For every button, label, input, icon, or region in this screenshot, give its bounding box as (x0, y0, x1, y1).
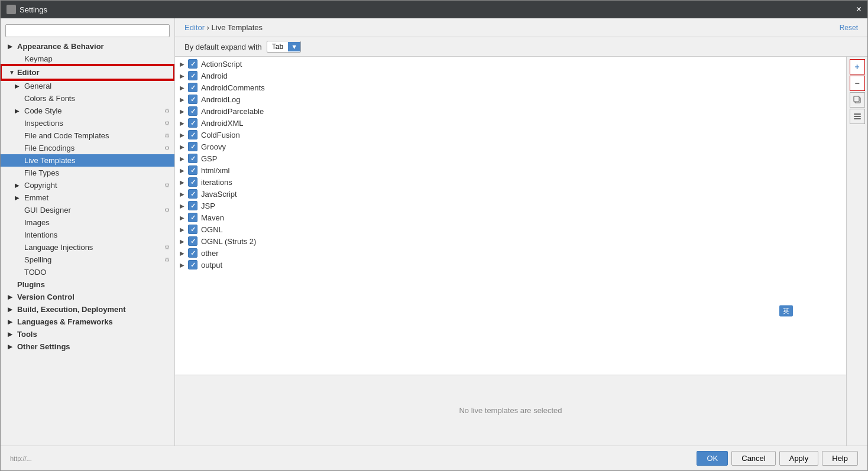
reset-button[interactable]: Reset (840, 24, 858, 32)
group-checkbox-jsp[interactable] (188, 201, 197, 210)
breadcrumb-parent[interactable]: Editor (184, 23, 205, 32)
apply-button[interactable]: Apply (779, 451, 819, 466)
close-button[interactable]: × (856, 5, 861, 14)
template-group-androidparcelable[interactable]: ▶ AndroidParcelable (175, 105, 846, 117)
group-checkbox-groovy[interactable] (188, 142, 197, 151)
svg-rect-2 (854, 113, 861, 115)
sidebar-item-file-code-templates[interactable]: File and Code Templates ⚙ (1, 129, 174, 142)
group-checkbox-androidlog[interactable] (188, 95, 197, 104)
sidebar-item-file-types[interactable]: File Types (1, 167, 174, 179)
group-checkbox-androidcomments[interactable] (188, 83, 197, 92)
breadcrumb-current: Live Templates (212, 23, 263, 32)
sidebar-item-languages[interactable]: ▶ Languages & Frameworks (1, 316, 174, 328)
group-expand-arrow: ▶ (180, 226, 188, 233)
template-group-androidlog[interactable]: ▶ AndroidLog (175, 93, 846, 105)
sidebar-item-tools[interactable]: ▶ Tools (1, 328, 174, 340)
sidebar-label-version-control: Version Control (17, 293, 75, 301)
template-group-androidcomments[interactable]: ▶ AndroidComments (175, 82, 846, 93)
group-checkbox-output[interactable] (188, 260, 197, 269)
template-group-android[interactable]: ▶ Android (175, 70, 846, 82)
group-label-jsp: JSP (201, 202, 215, 210)
breadcrumb-separator: › (207, 23, 212, 32)
group-checkbox-androidxml[interactable] (188, 118, 197, 128)
template-group-javascript[interactable]: ▶ JavaScript (175, 188, 846, 200)
search-input[interactable] (5, 24, 170, 37)
sidebar-item-inspections[interactable]: Inspections ⚙ (1, 117, 174, 129)
group-checkbox-coldfusion[interactable] (188, 130, 197, 139)
group-checkbox-maven[interactable] (188, 213, 197, 222)
group-checkbox-javascript[interactable] (188, 189, 197, 199)
sidebar-item-file-encodings[interactable]: File Encodings ⚙ (1, 142, 174, 154)
group-checkbox-gsp[interactable] (188, 154, 197, 163)
group-label-ognl: OGNL (201, 225, 223, 234)
sidebar-label-file-types: File Types (24, 168, 59, 177)
remove-button[interactable]: − (850, 76, 865, 91)
expand-arrow-editor: ▼ (9, 69, 15, 76)
add-button[interactable]: + (850, 59, 865, 74)
sidebar-item-other-settings[interactable]: ▶ Other Settings (1, 340, 174, 353)
template-group-other[interactable]: ▶ other (175, 247, 846, 259)
group-checkbox-ognl-struts2[interactable] (188, 236, 197, 246)
sidebar-item-intentions[interactable]: Intentions (1, 229, 174, 241)
sidebar-label-general: General (24, 82, 51, 90)
group-checkbox-ognl[interactable] (188, 225, 197, 234)
template-group-jsp[interactable]: ▶ JSP (175, 200, 846, 212)
sidebar-item-colors-fonts[interactable]: Colors & Fonts (1, 92, 174, 105)
group-label-androidcomments: AndroidComments (201, 83, 265, 92)
sidebar-label-code-style: Code Style (24, 106, 62, 115)
group-expand-arrow: ▶ (180, 132, 188, 138)
template-group-androidxml[interactable]: ▶ AndroidXML (175, 117, 846, 129)
sidebar-item-gui-designer[interactable]: GUI Designer ⚙ (1, 204, 174, 216)
sidebar-item-live-templates[interactable]: Live Templates (1, 154, 174, 167)
help-button[interactable]: Help (822, 451, 858, 466)
list-button[interactable] (850, 109, 865, 124)
template-group-output[interactable]: ▶ output (175, 259, 846, 271)
group-checkbox-iterations[interactable] (188, 177, 197, 187)
sidebar-item-appearance[interactable]: ▶ Appearance & Behavior (1, 40, 174, 53)
sidebar-label-intentions: Intentions (24, 230, 57, 239)
group-checkbox-actionscript[interactable] (188, 59, 197, 69)
copy-button[interactable] (850, 92, 865, 108)
ok-button[interactable]: OK (697, 451, 728, 466)
dialog-body: ▶ Appearance & Behavior Keymap ▼ Editor … (1, 18, 867, 446)
sidebar-item-version-control[interactable]: ▶ Version Control (1, 291, 174, 303)
sidebar-item-images[interactable]: Images (1, 216, 174, 229)
template-group-maven[interactable]: ▶ Maven (175, 212, 846, 223)
template-group-htmlxml[interactable]: ▶ html/xml (175, 164, 846, 176)
group-expand-arrow: ▶ (180, 85, 188, 91)
settings-dialog: Settings × ▶ Appearance & Behavior Keyma… (0, 0, 868, 471)
sidebar-item-emmet[interactable]: ▶ Emmet (1, 191, 174, 204)
sidebar-item-plugins[interactable]: Plugins (1, 278, 174, 291)
gear-icon-spelling: ⚙ (164, 256, 170, 263)
lang-badge[interactable]: 英 (779, 306, 793, 317)
template-group-ognl-struts2[interactable]: ▶ OGNL (Struts 2) (175, 235, 846, 247)
sidebar-item-copyright[interactable]: ▶ Copyright ⚙ (1, 179, 174, 191)
template-group-actionscript[interactable]: ▶ ActionScript (175, 58, 846, 70)
sidebar-item-language-injections[interactable]: Language Injections ⚙ (1, 241, 174, 254)
settings-icon (7, 5, 16, 14)
sidebar-item-general[interactable]: ▶ General (1, 80, 174, 92)
group-checkbox-android[interactable] (188, 71, 197, 80)
sidebar-item-spelling[interactable]: Spelling ⚙ (1, 254, 174, 266)
template-group-coldfusion[interactable]: ▶ ColdFusion (175, 129, 846, 141)
group-expand-arrow: ▶ (180, 238, 188, 245)
group-checkbox-htmlxml[interactable] (188, 165, 197, 175)
template-group-iterations[interactable]: ▶ iterations (175, 176, 846, 188)
sidebar-item-build[interactable]: ▶ Build, Execution, Deployment (1, 303, 174, 316)
sidebar-item-keymap[interactable]: Keymap (1, 53, 174, 65)
group-expand-arrow: ▶ (180, 215, 188, 221)
dropdown-arrow-icon[interactable]: ▼ (288, 42, 300, 51)
cancel-button[interactable]: Cancel (731, 451, 775, 466)
sidebar-label-other-settings: Other Settings (17, 342, 70, 351)
sidebar-item-editor[interactable]: ▼ Editor (1, 65, 174, 80)
template-group-ognl[interactable]: ▶ OGNL (175, 223, 846, 235)
sidebar-item-todo[interactable]: TODO (1, 266, 174, 278)
group-expand-arrow: ▶ (180, 108, 188, 115)
expand-dropdown[interactable]: Tab ▼ (267, 41, 301, 53)
template-group-groovy[interactable]: ▶ Groovy (175, 141, 846, 152)
group-checkbox-other[interactable] (188, 248, 197, 258)
sidebar-item-code-style[interactable]: ▶ Code Style ⚙ (1, 105, 174, 117)
group-checkbox-androidparcelable[interactable] (188, 106, 197, 116)
template-group-gsp[interactable]: ▶ GSP (175, 152, 846, 164)
breadcrumb: Editor › Live Templates (184, 23, 263, 32)
